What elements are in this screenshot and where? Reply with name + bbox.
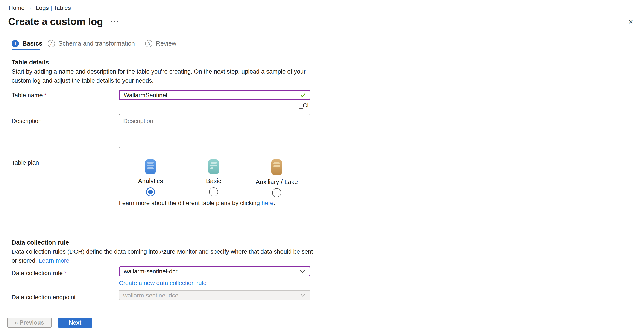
tab-review-label: Review xyxy=(156,40,176,47)
dcr-learn-more-link[interactable]: Learn more xyxy=(39,257,69,264)
table-details-heading: Table details xyxy=(12,59,49,66)
dcr-combobox-input[interactable] xyxy=(120,268,300,275)
radio-analytics[interactable] xyxy=(146,188,155,197)
analytics-plan-icon xyxy=(145,159,156,174)
dce-combobox xyxy=(119,290,310,300)
close-icon[interactable]: ✕ xyxy=(627,17,634,27)
more-options-icon[interactable]: ··· xyxy=(111,18,119,25)
required-asterisk: * xyxy=(44,92,46,98)
description-label: Description xyxy=(12,117,42,124)
radio-basic[interactable] xyxy=(209,188,218,197)
table-name-field-box xyxy=(119,90,310,100)
chevron-down-icon xyxy=(300,269,305,273)
table-name-input[interactable] xyxy=(120,91,310,99)
tab-basics-label: Basics xyxy=(22,40,42,47)
table-details-description: Start by adding a name and description f… xyxy=(12,67,317,85)
plan-option-analytics: Analytics xyxy=(119,159,182,197)
breadcrumb-logs-tables[interactable]: Logs | Tables xyxy=(36,4,71,11)
step-2-circle: 2 xyxy=(48,40,55,47)
dcr-section-description: Data collection rules (DCR) define the d… xyxy=(12,247,317,265)
page-title: Create a custom log xyxy=(8,16,103,28)
previous-button[interactable]: « Previous xyxy=(7,318,52,327)
plan-label-basic: Basic xyxy=(206,178,221,185)
plan-option-auxiliary-lake: Auxiliary / Lake xyxy=(245,159,308,197)
step-3-circle: 3 xyxy=(145,40,152,47)
table-name-cl-suffix: _CL xyxy=(119,102,310,109)
dcr-section-heading: Data collection rule xyxy=(12,239,69,246)
plan-label-auxiliary-lake: Auxiliary / Lake xyxy=(256,178,298,185)
valid-check-icon xyxy=(300,92,306,99)
table-plan-note: Learn more about the different table pla… xyxy=(119,200,275,206)
required-asterisk: * xyxy=(64,269,66,276)
tab-basics[interactable]: 1 Basics xyxy=(12,40,42,47)
next-button[interactable]: Next xyxy=(58,318,92,327)
table-plan-label: Table plan xyxy=(12,159,39,166)
dcr-combobox[interactable] xyxy=(119,266,310,276)
table-plan-options: Analytics Basic Auxiliary / Lake xyxy=(119,159,308,197)
dce-field-label: Data collection endpoint xyxy=(12,294,76,300)
plan-option-basic: Basic xyxy=(182,159,245,197)
tab-review[interactable]: 3 Review xyxy=(145,40,176,47)
basic-plan-icon xyxy=(208,159,219,174)
description-textarea[interactable] xyxy=(119,114,310,148)
breadcrumb: Home › Logs | Tables xyxy=(8,4,71,11)
chevron-down-icon xyxy=(300,293,306,297)
auxiliary-lake-plan-icon xyxy=(271,159,282,175)
footer-divider xyxy=(0,307,644,307)
create-custom-log-page: Home › Logs | Tables Create a custom log… xyxy=(0,0,644,334)
step-1-circle: 1 xyxy=(12,40,19,47)
breadcrumb-home[interactable]: Home xyxy=(8,4,25,11)
breadcrumb-separator-icon: › xyxy=(30,5,31,11)
table-plans-here-link[interactable]: here xyxy=(262,200,274,206)
dce-combobox-input xyxy=(119,292,300,298)
create-new-dcr-link[interactable]: Create a new data collection rule xyxy=(119,279,206,286)
radio-auxiliary-lake[interactable] xyxy=(272,188,281,197)
tab-schema-label: Schema and transformation xyxy=(58,40,135,47)
tab-schema-and-transformation[interactable]: 2 Schema and transformation xyxy=(48,40,135,47)
plan-label-analytics: Analytics xyxy=(138,178,163,185)
create-dcr-link-row: Create a new data collection rule xyxy=(119,279,206,286)
active-tab-underline xyxy=(12,49,40,50)
dcr-field-label: Data collection rule* xyxy=(12,269,66,276)
table-name-label: Table name* xyxy=(12,92,46,98)
